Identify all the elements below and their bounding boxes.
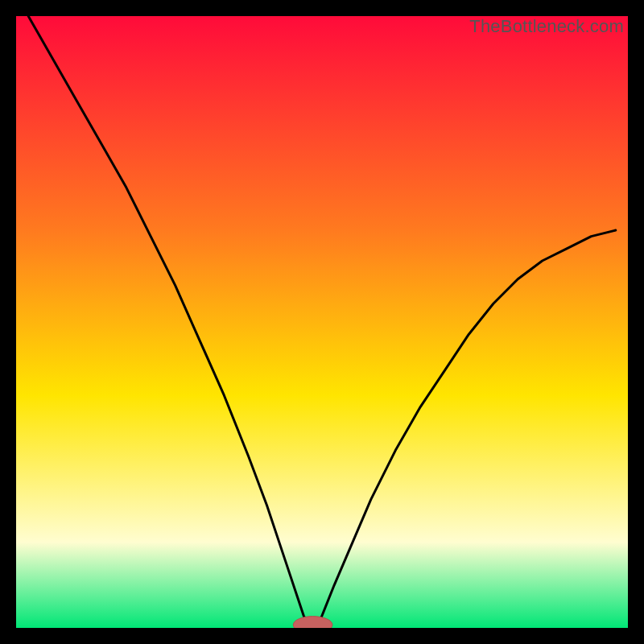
chart-frame: TheBottleneck.com — [16, 16, 628, 628]
gradient-background — [16, 16, 628, 628]
chart-svg — [16, 16, 628, 628]
watermark-text: TheBottleneck.com — [469, 16, 624, 37]
